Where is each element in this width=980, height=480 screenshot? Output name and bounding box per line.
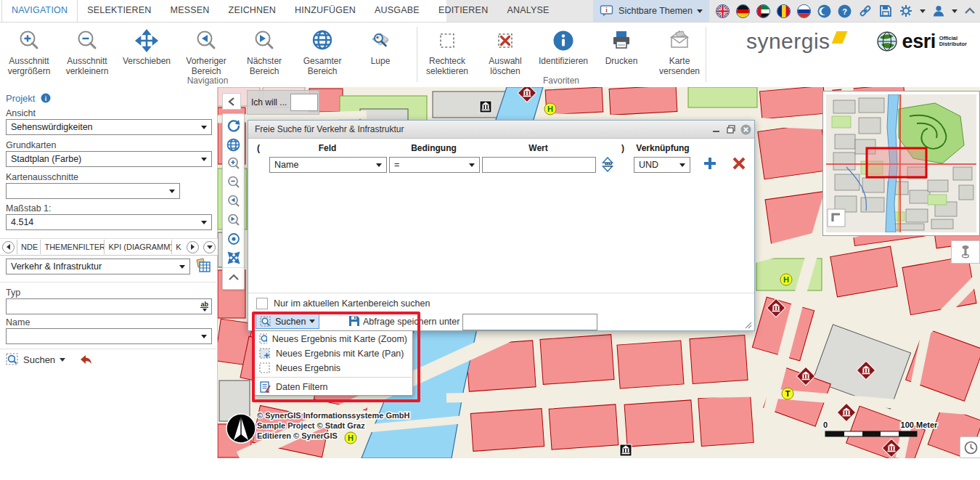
night-mode-icon[interactable] — [817, 4, 831, 18]
collapse-ribbon-icon[interactable] — [964, 7, 976, 15]
overview-map[interactable] — [822, 91, 980, 236]
autocomplete-icon: ab — [200, 301, 208, 312]
reset-undo-icon[interactable] — [78, 354, 93, 365]
tab-selektieren[interactable]: SELEKTIEREN — [78, 0, 160, 22]
tab-messen[interactable]: MESSEN — [161, 0, 219, 22]
flag-uae-icon[interactable] — [756, 4, 770, 18]
tab-hinzufuegen[interactable]: HINZUFÜGEN — [285, 0, 365, 22]
map-extent-checkbox[interactable] — [256, 298, 268, 309]
map-viewport[interactable]: HHHT © SynerGIS Informationssysteme GmbH… — [218, 87, 980, 458]
clear-selection-button[interactable]: Auswahl löschen — [476, 25, 534, 76]
kartenausschnitte-select[interactable] — [6, 183, 180, 199]
reorder-updown-icon[interactable] — [602, 157, 613, 172]
typ-label: Typ — [6, 288, 20, 298]
attribute-table-icon[interactable] — [195, 257, 212, 274]
pan-button[interactable]: Verschieben — [116, 25, 177, 66]
tab-editieren[interactable]: EDITIEREN — [429, 0, 497, 22]
search-options-caret-icon[interactable] — [60, 358, 65, 362]
zoom-out-button[interactable]: Ausschnitt verkleinern — [58, 25, 116, 76]
tab-kpi-diagramm[interactable]: KPI (DIAGRAMM) — [104, 240, 171, 254]
link-icon[interactable] — [858, 4, 873, 18]
full-extent-small-button[interactable] — [223, 135, 244, 154]
sidebar-collapse-button[interactable] — [222, 93, 241, 110]
dialog-search-button-label: Suchen — [275, 317, 306, 327]
menu-item-result-pan[interactable]: Neues Ergebnis mit Karte (Pan) — [254, 346, 412, 361]
synergis-logo-text: synergis — [746, 30, 830, 52]
tabs-list-button[interactable] — [203, 241, 216, 253]
menu-item-filter-data[interactable]: Daten Filtern — [254, 379, 412, 394]
select-rectangle-button[interactable]: Rechteck selektieren — [418, 25, 476, 76]
full-extent-button[interactable]: Gesamter Bereich — [293, 25, 351, 76]
sidebar-search-button[interactable]: Suchen — [23, 354, 55, 365]
send-map-button[interactable]: Karte versenden — [650, 25, 709, 76]
user-caret-icon[interactable] — [952, 9, 957, 13]
overview-extent-rectangle[interactable] — [867, 148, 926, 177]
tab-nde[interactable]: NDE — [17, 240, 40, 254]
previous-extent-button[interactable]: Vorheriger Bereich — [177, 25, 235, 76]
expand-map-button[interactable] — [223, 248, 244, 267]
user-icon[interactable] — [932, 4, 945, 17]
chevron-down-icon — [179, 265, 185, 269]
link-operator-select[interactable]: UND — [634, 157, 690, 173]
history-clock-button[interactable] — [960, 436, 980, 458]
field-select[interactable]: Name — [269, 157, 387, 173]
tab-navigation[interactable]: NAVIGATION — [1, 0, 78, 22]
massstab-select[interactable]: 4.514 — [6, 214, 212, 230]
tab-themenfilter[interactable]: THEMENFILTER — [40, 240, 104, 254]
zoom-in-map-button[interactable] — [223, 154, 244, 173]
next-extent-button[interactable]: Nächster Bereich — [235, 25, 293, 76]
value-input[interactable] — [483, 158, 605, 171]
project-info-icon[interactable]: i — [41, 93, 51, 103]
identify-button[interactable]: Identifizieren — [534, 25, 592, 66]
tabs-scroll-left-button[interactable] — [2, 241, 15, 253]
map-pin-tool-button[interactable] — [951, 240, 980, 264]
overview-collapse-button[interactable] — [828, 209, 845, 227]
tabs-scroll-right-button[interactable] — [187, 241, 199, 253]
ansicht-select[interactable]: Sehenswürdigkeiten — [6, 119, 212, 135]
zoom-out-map-button[interactable] — [223, 173, 244, 192]
next-extent-icon — [252, 25, 277, 56]
minimize-button[interactable] — [711, 123, 722, 135]
sidebar-panel: Projekt i Ansicht Sehenswürdigkeiten Gru… — [0, 87, 218, 458]
visible-themes-button[interactable]: i Sichtbare Themen — [593, 0, 709, 22]
tab-analyse[interactable]: ANALYSE — [497, 0, 558, 22]
add-row-button[interactable] — [703, 156, 717, 171]
refresh-button[interactable] — [223, 116, 244, 135]
flag-germany-icon[interactable] — [736, 4, 750, 18]
remove-row-button[interactable] — [732, 156, 746, 171]
ich-will-input[interactable] — [290, 94, 318, 111]
tab-ausgabe[interactable]: AUSGABE — [365, 0, 429, 22]
speech-info-icon: i — [600, 4, 614, 17]
save-query-input[interactable] — [462, 314, 597, 330]
ribbon-group-navigation: Ausschnitt vergrößern Ausschnitt verklei… — [0, 23, 415, 86]
typ-input[interactable] — [7, 300, 200, 313]
lupe-button[interactable]: Lupe — [351, 25, 409, 66]
previous-extent-map-button[interactable] — [223, 192, 244, 211]
close-button[interactable] — [740, 123, 751, 135]
print-button[interactable]: Drucken — [592, 25, 650, 66]
settings-caret-icon[interactable] — [920, 9, 926, 13]
settings-gear-icon[interactable] — [899, 4, 913, 18]
dialog-titlebar[interactable]: Freie Suche für Verkehr & Infrastruktur — [248, 121, 754, 139]
flag-romania-icon[interactable] — [777, 4, 791, 18]
menu-item-result-new[interactable]: Neues Ergebnis — [254, 361, 412, 375]
flag-uk-icon[interactable] — [716, 4, 730, 18]
maximize-button[interactable] — [725, 123, 737, 135]
toolbar-collapse-button[interactable] — [223, 267, 244, 287]
menu-item-result-zoom[interactable]: Neues Ergebnis mit Karte (Zoom) — [254, 332, 412, 346]
flag-russia-icon[interactable] — [797, 4, 811, 18]
grundkarten-select[interactable]: Stadtplan (Farbe) — [6, 151, 212, 167]
clear-selection-label: Auswahl löschen — [489, 56, 521, 76]
tab-zeichnen[interactable]: ZEICHNEN — [219, 0, 286, 22]
resize-grip[interactable] — [744, 321, 752, 329]
next-extent-map-button[interactable] — [223, 211, 244, 229]
tab-truncated[interactable]: K — [171, 240, 184, 254]
condition-select[interactable]: = — [389, 157, 480, 173]
zoom-in-button[interactable]: Ausschnitt vergrößern — [0, 25, 58, 76]
help-icon[interactable]: ? — [838, 4, 852, 18]
dialog-search-button[interactable]: Suchen — [256, 314, 319, 329]
name-select[interactable] — [6, 328, 212, 344]
center-map-button[interactable] — [223, 229, 244, 248]
theme-select[interactable]: Verkehr & Infrastruktur — [6, 259, 190, 274]
save-icon[interactable] — [879, 4, 892, 17]
